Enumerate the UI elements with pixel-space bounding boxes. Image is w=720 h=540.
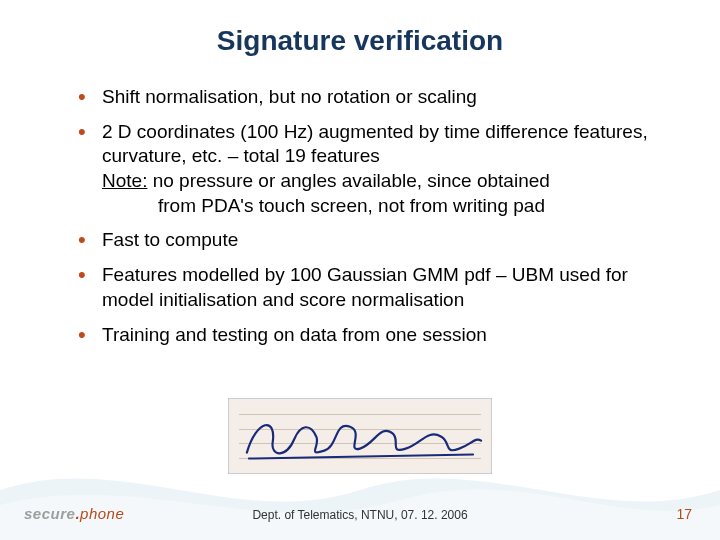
slide: Signature verification Shift normalisati… <box>0 0 720 540</box>
bullet-text: Shift normalisation, but no rotation or … <box>102 86 477 107</box>
bullet-item: Training and testing on data from one se… <box>78 323 670 348</box>
note-text-line1: no pressure or angles available, since o… <box>147 170 549 191</box>
footer-text: Dept. of Telematics, NTNU, 07. 12. 2006 <box>0 508 720 522</box>
slide-footer: secure.phone Dept. of Telematics, NTNU, … <box>0 498 720 528</box>
signature-stroke <box>229 399 491 474</box>
bullet-text: Training and testing on data from one se… <box>102 324 487 345</box>
note-text-line2: from PDA's touch screen, not from writin… <box>102 194 670 219</box>
bullet-text: 2 D coordinates (100 Hz) augmented by ti… <box>102 121 648 167</box>
bullet-item: 2 D coordinates (100 Hz) augmented by ti… <box>78 120 670 219</box>
bullet-text: Features modelled by 100 Gaussian GMM pd… <box>102 264 628 310</box>
slide-title: Signature verification <box>50 25 670 57</box>
bullet-item: Shift normalisation, but no rotation or … <box>78 85 670 110</box>
note-label: Note: <box>102 170 147 191</box>
bullet-text: Fast to compute <box>102 229 238 250</box>
bullet-item: Features modelled by 100 Gaussian GMM pd… <box>78 263 670 312</box>
page-number: 17 <box>676 506 692 522</box>
signature-image <box>228 398 492 474</box>
bullet-item: Fast to compute <box>78 228 670 253</box>
bullet-note: Note: no pressure or angles available, s… <box>102 169 670 194</box>
bullet-list: Shift normalisation, but no rotation or … <box>50 85 670 347</box>
